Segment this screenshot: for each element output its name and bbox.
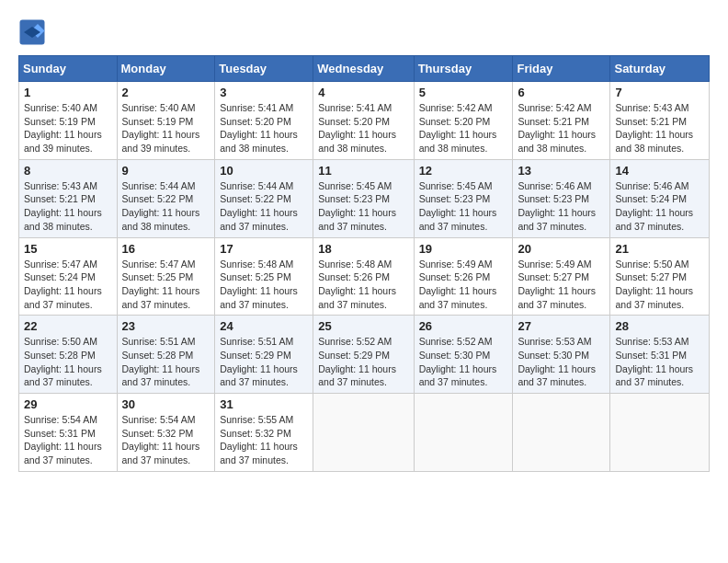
day-number: 4: [318, 86, 408, 99]
day-info: Sunrise: 5:48 AM Sunset: 5:25 PM Dayligh…: [220, 258, 308, 312]
day-number: 30: [122, 397, 210, 411]
day-info: Sunrise: 5:43 AM Sunset: 5:21 PM Dayligh…: [24, 179, 112, 234]
calendar-cell: 2Sunrise: 5:40 AM Sunset: 5:19 PM Daylig…: [117, 82, 215, 160]
calendar-cell: 28Sunrise: 5:53 AM Sunset: 5:31 PM Dayli…: [610, 316, 710, 394]
day-info: Sunrise: 5:47 AM Sunset: 5:25 PM Dayligh…: [122, 258, 210, 312]
calendar-cell: 11Sunrise: 5:45 AM Sunset: 5:23 PM Dayli…: [313, 159, 414, 237]
day-info: Sunrise: 5:42 AM Sunset: 5:20 PM Dayligh…: [419, 101, 508, 155]
calendar-header-saturday: Saturday: [610, 56, 710, 82]
day-number: 18: [318, 242, 408, 256]
calendar-header-wednesday: Wednesday: [313, 56, 414, 82]
calendar-header-friday: Friday: [513, 56, 610, 82]
day-info: Sunrise: 5:40 AM Sunset: 5:19 PM Dayligh…: [122, 101, 210, 155]
day-info: Sunrise: 5:54 AM Sunset: 5:31 PM Dayligh…: [24, 413, 112, 467]
calendar-header-tuesday: Tuesday: [215, 56, 313, 82]
calendar-cell: 18Sunrise: 5:48 AM Sunset: 5:26 PM Dayli…: [313, 237, 414, 316]
calendar-cell: 15Sunrise: 5:47 AM Sunset: 5:24 PM Dayli…: [19, 237, 118, 316]
calendar-table: SundayMondayTuesdayWednesdayThursdayFrid…: [18, 55, 710, 472]
day-number: 2: [122, 86, 210, 99]
calendar-cell: 31Sunrise: 5:55 AM Sunset: 5:32 PM Dayli…: [215, 394, 313, 472]
day-number: 6: [518, 86, 605, 99]
day-info: Sunrise: 5:51 AM Sunset: 5:28 PM Dayligh…: [122, 335, 210, 389]
day-info: Sunrise: 5:53 AM Sunset: 5:30 PM Dayligh…: [518, 335, 605, 389]
day-info: Sunrise: 5:46 AM Sunset: 5:24 PM Dayligh…: [615, 179, 704, 234]
day-number: 3: [220, 86, 308, 99]
day-number: 13: [518, 164, 605, 178]
day-info: Sunrise: 5:50 AM Sunset: 5:27 PM Dayligh…: [615, 258, 704, 312]
day-number: 19: [419, 242, 508, 256]
day-number: 24: [220, 319, 308, 333]
day-info: Sunrise: 5:53 AM Sunset: 5:31 PM Dayligh…: [615, 335, 704, 389]
day-number: 9: [122, 164, 210, 178]
calendar-cell: 1Sunrise: 5:40 AM Sunset: 5:19 PM Daylig…: [19, 82, 118, 160]
day-info: Sunrise: 5:42 AM Sunset: 5:21 PM Dayligh…: [518, 101, 605, 155]
day-info: Sunrise: 5:40 AM Sunset: 5:19 PM Dayligh…: [24, 101, 112, 155]
day-number: 11: [318, 164, 408, 178]
day-number: 23: [122, 319, 210, 333]
calendar-cell: 5Sunrise: 5:42 AM Sunset: 5:20 PM Daylig…: [414, 82, 513, 160]
day-number: 20: [518, 242, 605, 256]
calendar-cell: 22Sunrise: 5:50 AM Sunset: 5:28 PM Dayli…: [19, 316, 118, 394]
calendar-cell: 16Sunrise: 5:47 AM Sunset: 5:25 PM Dayli…: [117, 237, 215, 316]
day-info: Sunrise: 5:52 AM Sunset: 5:30 PM Dayligh…: [419, 335, 508, 389]
general-blue-icon: [18, 18, 46, 46]
page-header: [18, 18, 710, 46]
logo: [18, 18, 50, 46]
day-number: 14: [615, 164, 704, 178]
calendar-cell: 17Sunrise: 5:48 AM Sunset: 5:25 PM Dayli…: [215, 237, 313, 316]
day-number: 10: [220, 164, 308, 178]
day-info: Sunrise: 5:48 AM Sunset: 5:26 PM Dayligh…: [318, 258, 408, 312]
day-number: 16: [122, 242, 210, 256]
day-number: 29: [24, 397, 112, 411]
day-info: Sunrise: 5:52 AM Sunset: 5:29 PM Dayligh…: [318, 335, 408, 389]
calendar-cell: 20Sunrise: 5:49 AM Sunset: 5:27 PM Dayli…: [513, 237, 610, 316]
day-info: Sunrise: 5:54 AM Sunset: 5:32 PM Dayligh…: [122, 413, 210, 467]
calendar-header-thursday: Thursday: [414, 56, 513, 82]
calendar-cell: 21Sunrise: 5:50 AM Sunset: 5:27 PM Dayli…: [610, 237, 710, 316]
day-number: 17: [220, 242, 308, 256]
day-number: 22: [24, 319, 112, 333]
calendar-cell: 14Sunrise: 5:46 AM Sunset: 5:24 PM Dayli…: [610, 159, 710, 237]
day-info: Sunrise: 5:45 AM Sunset: 5:23 PM Dayligh…: [419, 179, 508, 234]
calendar-cell: 3Sunrise: 5:41 AM Sunset: 5:20 PM Daylig…: [215, 82, 313, 160]
calendar-cell: 12Sunrise: 5:45 AM Sunset: 5:23 PM Dayli…: [414, 159, 513, 237]
day-number: 31: [220, 397, 308, 411]
calendar-cell: 19Sunrise: 5:49 AM Sunset: 5:26 PM Dayli…: [414, 237, 513, 316]
day-number: 7: [615, 86, 704, 99]
calendar-cell: 6Sunrise: 5:42 AM Sunset: 5:21 PM Daylig…: [513, 82, 610, 160]
calendar-cell: 26Sunrise: 5:52 AM Sunset: 5:30 PM Dayli…: [414, 316, 513, 394]
calendar-cell: 23Sunrise: 5:51 AM Sunset: 5:28 PM Dayli…: [117, 316, 215, 394]
calendar-cell: 27Sunrise: 5:53 AM Sunset: 5:30 PM Dayli…: [513, 316, 610, 394]
calendar-cell: 7Sunrise: 5:43 AM Sunset: 5:21 PM Daylig…: [610, 82, 710, 160]
day-number: 15: [24, 242, 112, 256]
day-number: 28: [615, 319, 704, 333]
day-info: Sunrise: 5:44 AM Sunset: 5:22 PM Dayligh…: [122, 179, 210, 234]
day-number: 12: [419, 164, 508, 178]
calendar-cell: 8Sunrise: 5:43 AM Sunset: 5:21 PM Daylig…: [19, 159, 118, 237]
day-info: Sunrise: 5:41 AM Sunset: 5:20 PM Dayligh…: [220, 101, 308, 155]
calendar-cell: [313, 394, 414, 472]
calendar-cell: 9Sunrise: 5:44 AM Sunset: 5:22 PM Daylig…: [117, 159, 215, 237]
calendar-header-sunday: Sunday: [19, 56, 118, 82]
day-info: Sunrise: 5:55 AM Sunset: 5:32 PM Dayligh…: [220, 413, 308, 467]
calendar-cell: 4Sunrise: 5:41 AM Sunset: 5:20 PM Daylig…: [313, 82, 414, 160]
day-info: Sunrise: 5:44 AM Sunset: 5:22 PM Dayligh…: [220, 179, 308, 234]
day-number: 1: [24, 86, 112, 99]
day-number: 25: [318, 319, 408, 333]
calendar-cell: 13Sunrise: 5:46 AM Sunset: 5:23 PM Dayli…: [513, 159, 610, 237]
calendar-cell: [414, 394, 513, 472]
calendar-cell: [610, 394, 710, 472]
calendar-header-monday: Monday: [117, 56, 215, 82]
calendar-cell: 10Sunrise: 5:44 AM Sunset: 5:22 PM Dayli…: [215, 159, 313, 237]
day-number: 21: [615, 242, 704, 256]
day-info: Sunrise: 5:49 AM Sunset: 5:26 PM Dayligh…: [419, 258, 508, 312]
calendar-cell: 29Sunrise: 5:54 AM Sunset: 5:31 PM Dayli…: [19, 394, 118, 472]
calendar-cell: 25Sunrise: 5:52 AM Sunset: 5:29 PM Dayli…: [313, 316, 414, 394]
day-number: 27: [518, 319, 605, 333]
day-info: Sunrise: 5:50 AM Sunset: 5:28 PM Dayligh…: [24, 335, 112, 389]
day-number: 26: [419, 319, 508, 333]
day-info: Sunrise: 5:41 AM Sunset: 5:20 PM Dayligh…: [318, 101, 408, 155]
day-info: Sunrise: 5:46 AM Sunset: 5:23 PM Dayligh…: [518, 179, 605, 234]
calendar-cell: [513, 394, 610, 472]
day-number: 8: [24, 164, 112, 178]
